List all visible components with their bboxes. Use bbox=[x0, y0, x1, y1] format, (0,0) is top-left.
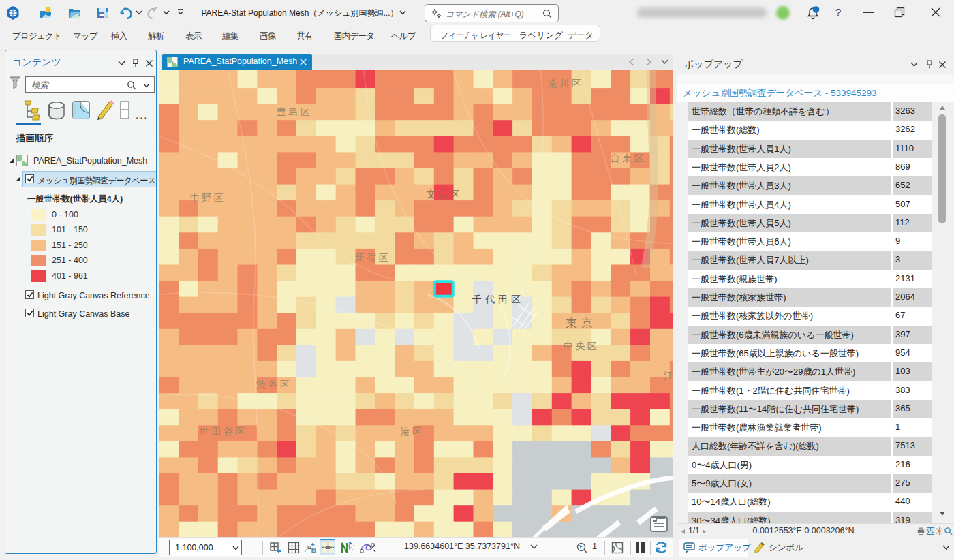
svg-text:渋谷区: 渋谷区 bbox=[256, 379, 292, 390]
svg-text:中央区: 中央区 bbox=[564, 341, 600, 352]
svg-text:港区: 港区 bbox=[401, 426, 425, 437]
svg-text:江: 江 bbox=[664, 370, 673, 381]
svg-text:中野区: 中野区 bbox=[190, 192, 226, 203]
svg-text:世田谷区: 世田谷区 bbox=[200, 426, 247, 437]
svg-text:文京区: 文京区 bbox=[427, 189, 463, 200]
svg-text:東京: 東京 bbox=[566, 317, 597, 330]
svg-text:新宿区: 新宿区 bbox=[355, 252, 391, 263]
svg-text:荒川区: 荒川区 bbox=[548, 78, 584, 89]
svg-text:千代田区: 千代田区 bbox=[472, 294, 524, 305]
svg-text:台東区: 台東区 bbox=[611, 153, 647, 164]
svg-text:豊島区: 豊島区 bbox=[277, 106, 313, 117]
